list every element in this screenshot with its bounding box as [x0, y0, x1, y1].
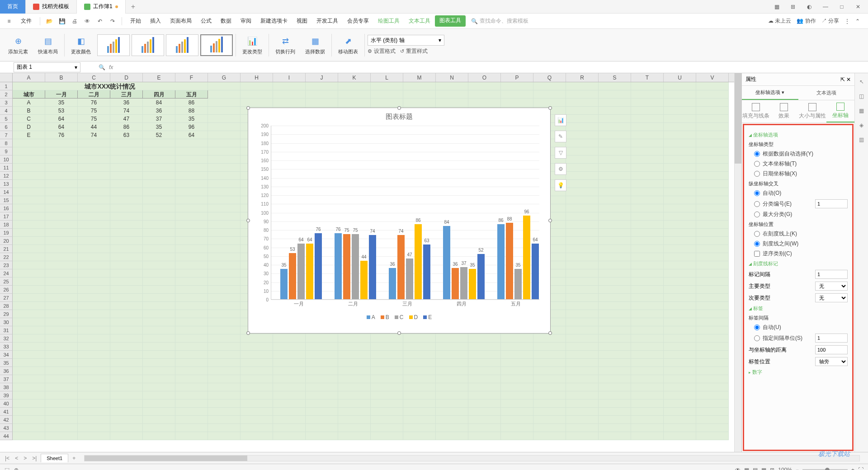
- cell[interactable]: [371, 383, 403, 391]
- cell[interactable]: [696, 416, 729, 424]
- cell[interactable]: [45, 277, 78, 286]
- cell[interactable]: A: [13, 99, 45, 107]
- cell[interactable]: [241, 391, 273, 400]
- cell[interactable]: [175, 188, 208, 196]
- col-header-M[interactable]: M: [403, 73, 436, 82]
- cell[interactable]: [143, 229, 175, 237]
- cell[interactable]: [631, 245, 664, 253]
- cell[interactable]: [533, 334, 566, 343]
- cell[interactable]: [45, 147, 78, 155]
- cell[interactable]: 84: [143, 99, 175, 107]
- cell[interactable]: [338, 99, 371, 107]
- cell[interactable]: [599, 269, 631, 277]
- cell[interactable]: [566, 334, 599, 343]
- cell[interactable]: [631, 359, 664, 367]
- cell[interactable]: [306, 99, 338, 107]
- row-header-6[interactable]: 6: [0, 123, 13, 131]
- cell[interactable]: [45, 155, 78, 164]
- cell[interactable]: [664, 375, 696, 383]
- cell[interactable]: [566, 253, 599, 261]
- cell[interactable]: [45, 269, 78, 277]
- cell[interactable]: [110, 424, 143, 432]
- cell[interactable]: [13, 139, 45, 147]
- cell[interactable]: [371, 391, 403, 400]
- cell[interactable]: [664, 212, 696, 221]
- cell[interactable]: [306, 351, 338, 359]
- row-header-35[interactable]: 35: [0, 359, 13, 367]
- cell[interactable]: [338, 334, 371, 343]
- strip-settings-icon[interactable]: ▥: [858, 136, 866, 144]
- cell[interactable]: [696, 196, 729, 204]
- cell[interactable]: [403, 334, 436, 343]
- cell[interactable]: [696, 147, 729, 155]
- cell[interactable]: [78, 432, 110, 440]
- cell[interactable]: 53: [45, 107, 78, 115]
- col-header-C[interactable]: C: [78, 73, 110, 82]
- move-chart-button[interactable]: ⬈移动图表: [335, 35, 362, 55]
- cell[interactable]: [78, 269, 110, 277]
- cell[interactable]: [566, 180, 599, 188]
- cell[interactable]: [696, 155, 729, 164]
- cell[interactable]: [13, 164, 45, 172]
- cell[interactable]: [566, 139, 599, 147]
- scroll-thumb[interactable]: [85, 456, 247, 461]
- switch-rowcol-button[interactable]: ⇄切换行列: [272, 35, 299, 55]
- menu-审阅[interactable]: 审阅: [236, 15, 256, 27]
- cell[interactable]: [78, 147, 110, 155]
- cell[interactable]: [664, 424, 696, 432]
- search-box[interactable]: 🔍 查找命令、搜索模板: [471, 17, 528, 25]
- cell[interactable]: [110, 318, 143, 326]
- cell[interactable]: [696, 172, 729, 180]
- row-header-22[interactable]: 22: [0, 253, 13, 261]
- cell[interactable]: [143, 277, 175, 286]
- col-header-L[interactable]: L: [371, 73, 403, 82]
- cell[interactable]: [631, 147, 664, 155]
- cell[interactable]: [306, 90, 338, 99]
- cell[interactable]: [338, 432, 371, 440]
- cell[interactable]: [13, 391, 45, 400]
- cell[interactable]: [696, 131, 729, 139]
- chart-plot[interactable]: 0102030405060708090100110120130140150160…: [271, 126, 539, 300]
- cell[interactable]: [241, 400, 273, 408]
- row-header-41[interactable]: 41: [0, 408, 13, 416]
- cloud-status[interactable]: ☁ 未上云: [768, 17, 791, 25]
- cell[interactable]: [566, 375, 599, 383]
- cell[interactable]: [175, 180, 208, 188]
- cell[interactable]: [175, 286, 208, 294]
- cell[interactable]: [468, 375, 501, 383]
- cell[interactable]: [110, 196, 143, 204]
- cell[interactable]: [273, 99, 306, 107]
- cell[interactable]: [533, 400, 566, 408]
- row-header-9[interactable]: 9: [0, 147, 13, 155]
- col-header-E[interactable]: E: [143, 73, 175, 82]
- cell[interactable]: [175, 302, 208, 310]
- row-header-44[interactable]: 44: [0, 432, 13, 440]
- cell[interactable]: [143, 155, 175, 164]
- cell[interactable]: [599, 180, 631, 188]
- cell[interactable]: [599, 310, 631, 318]
- preview-icon[interactable]: 👁: [82, 16, 93, 27]
- cell[interactable]: [371, 99, 403, 107]
- cell[interactable]: [45, 261, 78, 269]
- cell[interactable]: [599, 343, 631, 351]
- axis-options-tab[interactable]: 坐标轴选项 ▾: [742, 86, 798, 100]
- resize-handle[interactable]: [246, 106, 250, 110]
- cell[interactable]: [371, 400, 403, 408]
- cell[interactable]: [664, 277, 696, 286]
- cell[interactable]: [45, 375, 78, 383]
- cell[interactable]: [664, 261, 696, 269]
- cell[interactable]: [599, 286, 631, 294]
- cell[interactable]: [110, 408, 143, 416]
- cell[interactable]: [208, 302, 241, 310]
- cell[interactable]: [338, 90, 371, 99]
- cell[interactable]: [45, 245, 78, 253]
- cell[interactable]: [599, 318, 631, 326]
- cell[interactable]: [306, 416, 338, 424]
- cell[interactable]: 五月: [175, 90, 208, 99]
- cell[interactable]: 88: [175, 107, 208, 115]
- cell[interactable]: [664, 302, 696, 310]
- cell[interactable]: [175, 229, 208, 237]
- cell[interactable]: [78, 245, 110, 253]
- cell[interactable]: [13, 212, 45, 221]
- cell[interactable]: [208, 286, 241, 294]
